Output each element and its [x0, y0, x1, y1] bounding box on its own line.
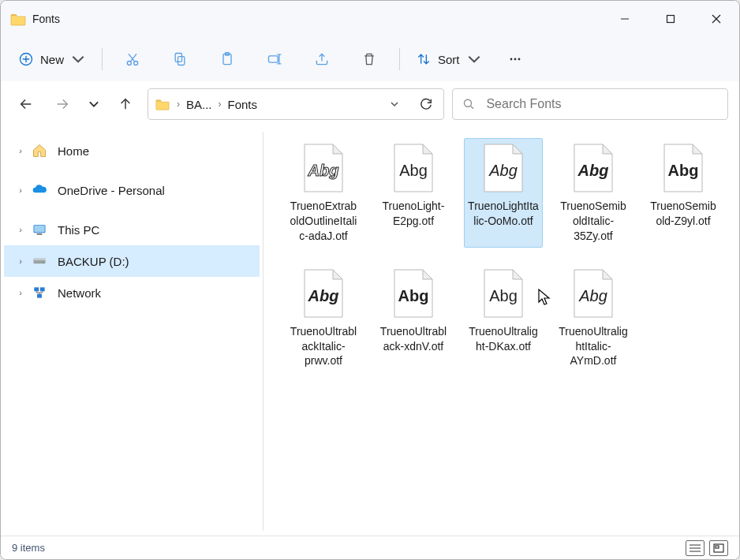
toolbar-separator — [102, 48, 103, 70]
file-item[interactable]: AbgTruenoLightItalic-OoMo.otf — [464, 138, 543, 248]
svg-rect-15 — [269, 56, 278, 62]
file-name: TruenoUltralight-DKax.otf — [468, 324, 539, 354]
sidebar-item[interactable]: ›Network — [4, 277, 260, 308]
tree-item-label: OneDrive - Personal — [58, 184, 165, 197]
delete-button[interactable] — [347, 43, 391, 75]
svg-point-22 — [510, 58, 512, 61]
svg-text:Abg: Abg — [577, 162, 609, 179]
tree-item-icon — [31, 142, 48, 159]
tree-item-label: Home — [58, 144, 89, 158]
up-button[interactable] — [111, 90, 140, 118]
chevron-down-icon — [466, 51, 482, 67]
svg-rect-37 — [40, 287, 45, 291]
file-item[interactable]: AbgTruenoUltrablackItalic-prwv.otf — [284, 263, 363, 373]
breadcrumb-item[interactable]: BA... — [181, 89, 217, 119]
new-button-label: New — [40, 53, 64, 66]
svg-rect-52 — [716, 546, 719, 548]
file-item[interactable]: AbgTruenoSemiboldItalic-35Zy.otf — [554, 138, 633, 248]
search-box[interactable] — [452, 88, 728, 120]
paste-button[interactable] — [205, 43, 249, 75]
svg-point-24 — [518, 58, 520, 61]
file-item[interactable]: AbgTruenoSemibold-Z9yl.otf — [644, 138, 723, 248]
file-item[interactable]: AbgTruenoUltralight-DKax.otf — [464, 263, 543, 373]
breadcrumb-separator: › — [217, 99, 223, 110]
explorer-window: Fonts New — [0, 0, 740, 560]
file-name: TruenoLight-E2pg.otf — [378, 199, 449, 229]
maximize-button[interactable] — [648, 1, 693, 37]
sidebar-item[interactable]: ›BACKUP (D:) — [4, 245, 260, 277]
back-button[interactable] — [12, 90, 40, 118]
sidebar: ›Home›OneDrive - Personal›This PC›BACKUP… — [1, 127, 263, 536]
chevron-right-icon: › — [15, 288, 26, 297]
details-view-button[interactable] — [686, 540, 704, 556]
svg-text:Abg: Abg — [489, 287, 518, 304]
chevron-down-icon — [70, 51, 86, 67]
file-item[interactable]: AbgTruenoUltrablack-xdnV.otf — [374, 263, 453, 373]
svg-text:Abg: Abg — [398, 287, 429, 304]
window-title: Fonts — [32, 13, 60, 25]
sidebar-item[interactable]: ›Home — [4, 135, 260, 166]
sidebar-item[interactable]: ›OneDrive - Personal — [4, 174, 260, 206]
file-item[interactable]: AbgTruenoLight-E2pg.otf — [374, 138, 453, 248]
sort-button[interactable]: Sort — [408, 43, 490, 75]
tree-item-icon — [31, 252, 48, 270]
close-button[interactable] — [693, 1, 739, 37]
svg-rect-1 — [667, 16, 675, 23]
titlebar-folder-icon — [10, 11, 26, 27]
refresh-button[interactable] — [410, 89, 442, 119]
file-name: TruenoUltralightItalic-AYmD.otf — [558, 324, 629, 369]
file-name: TruenoUltrablack-xdnV.otf — [378, 324, 449, 354]
tree-item-label: This PC — [58, 223, 99, 237]
icons-view-button[interactable] — [709, 540, 728, 556]
forward-button[interactable] — [48, 90, 77, 118]
minimize-button[interactable] — [602, 1, 648, 37]
tree-item-label: Network — [58, 286, 101, 300]
svg-text:Abg: Abg — [488, 162, 518, 179]
address-dropdown-button[interactable] — [379, 89, 410, 119]
chevron-right-icon: › — [15, 185, 26, 195]
address-bar[interactable]: › BA... › Fonts — [148, 88, 444, 120]
titlebar: Fonts — [1, 1, 739, 37]
file-name: TruenoSemibold-Z9yl.otf — [648, 199, 719, 229]
svg-rect-32 — [37, 233, 43, 235]
file-name: TruenoExtraboldOutlineItalic-adaJ.otf — [288, 199, 359, 244]
chevron-right-icon: › — [15, 256, 26, 266]
svg-text:Abg: Abg — [578, 287, 607, 304]
rename-button[interactable] — [252, 43, 297, 75]
share-button[interactable] — [300, 43, 344, 75]
breadcrumb-item[interactable]: Fonts — [223, 89, 263, 119]
svg-rect-38 — [37, 294, 42, 298]
file-name: TruenoLightItalic-OoMo.otf — [468, 199, 539, 229]
chevron-right-icon: › — [15, 146, 26, 155]
svg-point-28 — [464, 99, 471, 106]
tree-item-label: BACKUP (D:) — [58, 255, 129, 268]
toolbar: New Sort — [1, 37, 739, 81]
svg-point-23 — [514, 58, 516, 61]
status-bar: 9 items — [1, 536, 739, 559]
sidebar-item[interactable]: ›This PC — [4, 214, 260, 245]
svg-text:Abg: Abg — [308, 287, 339, 304]
content-pane[interactable]: AbgTruenoExtraboldOutlineItalic-adaJ.otf… — [263, 127, 739, 536]
recent-locations-button[interactable] — [84, 90, 103, 118]
chevron-right-icon: › — [15, 225, 26, 234]
file-item[interactable]: AbgTruenoExtraboldOutlineItalic-adaJ.otf — [284, 138, 363, 248]
address-folder-icon — [150, 97, 175, 111]
file-name: TruenoSemiboldItalic-35Zy.otf — [558, 199, 629, 244]
tree-item-icon — [31, 284, 48, 301]
file-item[interactable]: AbgTruenoUltralightItalic-AYmD.otf — [554, 263, 633, 373]
copy-button[interactable] — [158, 43, 202, 75]
font-file-icon: Abg — [386, 267, 441, 319]
font-file-icon: Abg — [656, 142, 711, 194]
new-button[interactable]: New — [10, 43, 94, 75]
font-file-icon: Abg — [296, 142, 351, 194]
svg-point-35 — [43, 262, 44, 263]
nav-row: › BA... › Fonts — [1, 81, 739, 127]
font-file-icon: Abg — [476, 142, 531, 194]
svg-text:Abg: Abg — [668, 162, 699, 179]
more-button[interactable] — [493, 43, 537, 75]
toolbar-separator — [399, 48, 400, 70]
search-input[interactable] — [484, 96, 718, 112]
svg-rect-31 — [34, 226, 44, 232]
cut-button[interactable] — [110, 43, 155, 75]
tree-item-icon — [31, 181, 48, 199]
